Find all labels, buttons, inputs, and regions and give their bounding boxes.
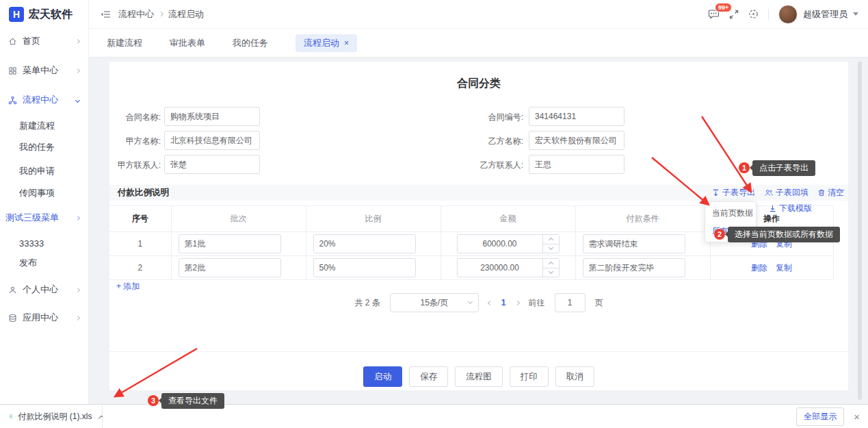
sidebar-item-menu-center[interactable]: 菜单中心	[0, 62, 88, 79]
tab-my-tasks[interactable]: 我的任务	[233, 37, 268, 49]
sidebar-item-test-level3-menu[interactable]: 测试三级菜单	[0, 210, 88, 226]
sidebar-item-label: 应用中心	[23, 312, 58, 324]
sidebar-item-my-tasks[interactable]: 我的任务	[0, 139, 88, 155]
step-tooltip-1: 点击子表导出	[752, 160, 815, 176]
sidebar-item-33333[interactable]: 33333	[0, 235, 88, 251]
breadcrumb-item[interactable]: 流程中心	[118, 8, 154, 21]
ratio-input[interactable]	[313, 234, 416, 253]
sidebar-item-app-center[interactable]: 应用中心	[0, 310, 88, 326]
home-icon	[8, 37, 17, 46]
sidebar-item-label: 我的任务	[19, 141, 55, 153]
collapse-menu-icon[interactable]	[101, 10, 111, 19]
contract-no-input[interactable]	[529, 107, 624, 126]
start-button[interactable]: 启动	[363, 366, 402, 387]
tab-approval-form[interactable]: 审批表单	[170, 37, 205, 49]
cancel-button[interactable]: 取消	[555, 366, 594, 387]
flow-diagram-button[interactable]: 流程图	[455, 366, 503, 387]
spinner-down-button[interactable]	[543, 244, 559, 253]
page-tabbar: 新建流程 审批表单 我的任务 流程启动 ×	[89, 29, 868, 58]
fullscreen-button[interactable]	[729, 10, 739, 19]
theme-button[interactable]	[748, 9, 759, 19]
sidebar-item-personal-center[interactable]: 个人中心	[0, 281, 88, 298]
condition-input[interactable]	[583, 258, 685, 277]
downloaded-file-chip[interactable]: 付款比例说明 (1).xls	[0, 405, 103, 428]
batch-input[interactable]	[179, 258, 281, 277]
sidebar-item-label: 33333	[19, 238, 44, 249]
vertical-scrollbar[interactable]	[858, 62, 862, 400]
sidebar-item-label: 发布	[19, 257, 37, 269]
amount-input[interactable]	[458, 235, 542, 253]
sidebar-item-label: 首页	[23, 35, 40, 47]
show-all-downloads-button[interactable]: 全部显示	[796, 407, 844, 426]
col-header-condition: 付款条件	[575, 206, 710, 232]
sidebar-item-process-center[interactable]: 流程中心	[0, 92, 88, 108]
trash-icon	[818, 189, 825, 197]
excel-file-icon	[10, 411, 12, 422]
next-page-button[interactable]	[514, 300, 519, 305]
brand-logo-icon: H	[9, 7, 24, 22]
subtable-export-label: 子表导出	[722, 187, 755, 199]
col-header-amount: 金额	[440, 206, 575, 232]
page-size-select[interactable]: 15条/页	[390, 293, 479, 312]
download-template-link[interactable]: 下载模版	[769, 203, 812, 214]
breadcrumb-separator-icon	[159, 12, 163, 16]
delete-row-link[interactable]: 删除	[751, 262, 767, 274]
top-header: 流程中心 流程启动 99+ 超级管理员	[89, 0, 868, 29]
user-menu[interactable]: 超级管理员	[778, 5, 858, 24]
sidebar-item-new-process[interactable]: 新建流程	[0, 118, 88, 134]
step-badge-1: 1	[739, 162, 750, 173]
save-button[interactable]: 保存	[409, 366, 448, 387]
download-bar-actions: 全部显示 ×	[796, 405, 860, 428]
chevron-right-icon	[75, 215, 80, 220]
print-button[interactable]: 打印	[510, 366, 549, 387]
export-icon	[712, 189, 720, 197]
tab-new-process[interactable]: 新建流程	[107, 37, 142, 49]
party-a-name-input[interactable]	[164, 131, 260, 150]
header-divider	[768, 9, 769, 20]
sidebar-item-home[interactable]: 首页	[0, 33, 88, 49]
pagination: 共 2 条 15条/页 1 前往 页	[109, 293, 848, 312]
sidebar-item-my-applications[interactable]: 我的申请	[0, 163, 88, 179]
contract-name-input[interactable]	[164, 107, 260, 126]
add-row-link[interactable]: + 添加	[116, 281, 140, 292]
current-page[interactable]: 1	[501, 298, 506, 307]
copy-row-link[interactable]: 复制	[776, 262, 792, 274]
prev-page-button[interactable]	[488, 300, 492, 305]
brand-logo[interactable]: H 宏天软件	[0, 0, 88, 29]
subtable-export-button[interactable]: 子表导出	[712, 187, 755, 199]
party-b-name-input[interactable]	[529, 131, 624, 150]
table-row: 2 删除复制	[109, 256, 833, 280]
goto-page-input[interactable]	[555, 293, 586, 312]
sidebar-item-label: 传阅事项	[19, 187, 55, 199]
amount-input[interactable]	[458, 259, 542, 277]
chevron-right-icon	[75, 315, 80, 320]
footer-buttons: 启动 保存 流程图 打印 取消	[109, 366, 848, 387]
workflow-icon	[8, 96, 17, 105]
chevron-up-icon[interactable]	[99, 415, 103, 419]
field-label: 甲方名称:	[109, 136, 161, 147]
spinner-up-button[interactable]	[543, 235, 559, 244]
tab-process-start-active[interactable]: 流程启动 ×	[295, 34, 357, 52]
sidebar-item-circulated-items[interactable]: 传阅事项	[0, 185, 88, 201]
dial-icon	[748, 9, 759, 19]
subtable-backfill-button[interactable]: 子表回填	[765, 187, 808, 199]
menu-item-current-page-data[interactable]: 当前页数据	[705, 204, 756, 222]
ratio-input[interactable]	[313, 258, 416, 277]
expand-icon	[729, 10, 739, 19]
tab-close-icon[interactable]: ×	[344, 38, 349, 48]
brand-name: 宏天软件	[29, 8, 73, 22]
user-avatar	[778, 5, 798, 24]
row-index: 1	[109, 232, 171, 256]
spinner-down-button[interactable]	[543, 268, 559, 277]
party-b-contact-input[interactable]	[529, 155, 624, 174]
batch-input[interactable]	[179, 234, 281, 253]
sidebar-item-publish[interactable]: 发布	[0, 255, 88, 271]
messages-button[interactable]: 99+	[708, 9, 720, 19]
spinner-up-button[interactable]	[543, 259, 559, 268]
party-a-contact-input[interactable]	[164, 155, 260, 174]
subtable-clear-button[interactable]: 清空	[818, 187, 844, 199]
page-unit-label: 页	[595, 297, 603, 309]
close-download-bar-icon[interactable]: ×	[854, 412, 860, 422]
condition-input[interactable]	[583, 234, 685, 253]
app-window: H 宏天软件 首页 菜单中心 流程中心 新建流程 我的任务 我的申请 传阅事项 …	[0, 0, 868, 428]
